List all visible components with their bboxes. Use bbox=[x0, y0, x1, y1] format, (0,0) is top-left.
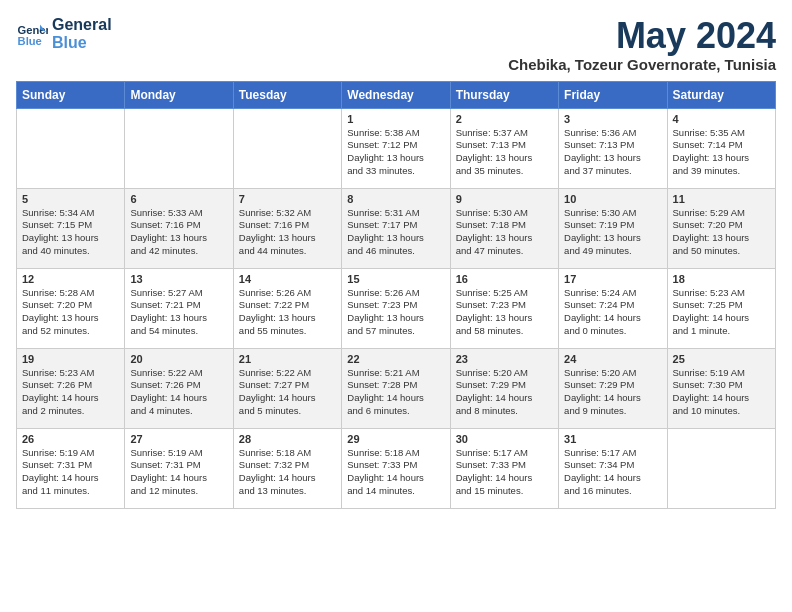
day-info: Sunrise: 5:32 AM Sunset: 7:16 PM Dayligh… bbox=[239, 207, 336, 258]
day-number: 1 bbox=[347, 113, 444, 125]
calendar-cell bbox=[125, 108, 233, 188]
day-info: Sunrise: 5:31 AM Sunset: 7:17 PM Dayligh… bbox=[347, 207, 444, 258]
title-section: May 2024 Chebika, Tozeur Governorate, Tu… bbox=[508, 16, 776, 73]
header-thursday: Thursday bbox=[450, 81, 558, 108]
day-number: 2 bbox=[456, 113, 553, 125]
day-number: 29 bbox=[347, 433, 444, 445]
header-tuesday: Tuesday bbox=[233, 81, 341, 108]
location: Chebika, Tozeur Governorate, Tunisia bbox=[508, 56, 776, 73]
day-number: 25 bbox=[673, 353, 770, 365]
calendar-cell: 12Sunrise: 5:28 AM Sunset: 7:20 PM Dayli… bbox=[17, 268, 125, 348]
calendar-cell: 25Sunrise: 5:19 AM Sunset: 7:30 PM Dayli… bbox=[667, 348, 775, 428]
day-number: 16 bbox=[456, 273, 553, 285]
calendar-cell: 20Sunrise: 5:22 AM Sunset: 7:26 PM Dayli… bbox=[125, 348, 233, 428]
calendar-cell: 13Sunrise: 5:27 AM Sunset: 7:21 PM Dayli… bbox=[125, 268, 233, 348]
day-info: Sunrise: 5:26 AM Sunset: 7:22 PM Dayligh… bbox=[239, 287, 336, 338]
day-info: Sunrise: 5:34 AM Sunset: 7:15 PM Dayligh… bbox=[22, 207, 119, 258]
header-sunday: Sunday bbox=[17, 81, 125, 108]
day-number: 21 bbox=[239, 353, 336, 365]
day-info: Sunrise: 5:18 AM Sunset: 7:33 PM Dayligh… bbox=[347, 447, 444, 498]
calendar-cell: 5Sunrise: 5:34 AM Sunset: 7:15 PM Daylig… bbox=[17, 188, 125, 268]
day-number: 5 bbox=[22, 193, 119, 205]
logo-blue: Blue bbox=[52, 34, 112, 52]
day-info: Sunrise: 5:38 AM Sunset: 7:12 PM Dayligh… bbox=[347, 127, 444, 178]
day-info: Sunrise: 5:20 AM Sunset: 7:29 PM Dayligh… bbox=[456, 367, 553, 418]
day-number: 28 bbox=[239, 433, 336, 445]
calendar-cell: 8Sunrise: 5:31 AM Sunset: 7:17 PM Daylig… bbox=[342, 188, 450, 268]
calendar-table: SundayMondayTuesdayWednesdayThursdayFrid… bbox=[16, 81, 776, 509]
day-info: Sunrise: 5:29 AM Sunset: 7:20 PM Dayligh… bbox=[673, 207, 770, 258]
calendar-cell: 17Sunrise: 5:24 AM Sunset: 7:24 PM Dayli… bbox=[559, 268, 667, 348]
header-monday: Monday bbox=[125, 81, 233, 108]
calendar-cell: 9Sunrise: 5:30 AM Sunset: 7:18 PM Daylig… bbox=[450, 188, 558, 268]
calendar-cell bbox=[17, 108, 125, 188]
day-number: 19 bbox=[22, 353, 119, 365]
day-number: 4 bbox=[673, 113, 770, 125]
day-info: Sunrise: 5:27 AM Sunset: 7:21 PM Dayligh… bbox=[130, 287, 227, 338]
day-info: Sunrise: 5:26 AM Sunset: 7:23 PM Dayligh… bbox=[347, 287, 444, 338]
day-info: Sunrise: 5:18 AM Sunset: 7:32 PM Dayligh… bbox=[239, 447, 336, 498]
day-number: 7 bbox=[239, 193, 336, 205]
calendar-cell: 28Sunrise: 5:18 AM Sunset: 7:32 PM Dayli… bbox=[233, 428, 341, 508]
day-info: Sunrise: 5:24 AM Sunset: 7:24 PM Dayligh… bbox=[564, 287, 661, 338]
calendar-cell: 21Sunrise: 5:22 AM Sunset: 7:27 PM Dayli… bbox=[233, 348, 341, 428]
day-info: Sunrise: 5:35 AM Sunset: 7:14 PM Dayligh… bbox=[673, 127, 770, 178]
calendar-cell: 22Sunrise: 5:21 AM Sunset: 7:28 PM Dayli… bbox=[342, 348, 450, 428]
calendar-cell: 16Sunrise: 5:25 AM Sunset: 7:23 PM Dayli… bbox=[450, 268, 558, 348]
calendar-cell: 7Sunrise: 5:32 AM Sunset: 7:16 PM Daylig… bbox=[233, 188, 341, 268]
day-number: 24 bbox=[564, 353, 661, 365]
calendar-cell: 10Sunrise: 5:30 AM Sunset: 7:19 PM Dayli… bbox=[559, 188, 667, 268]
day-info: Sunrise: 5:33 AM Sunset: 7:16 PM Dayligh… bbox=[130, 207, 227, 258]
header-friday: Friday bbox=[559, 81, 667, 108]
calendar-cell: 11Sunrise: 5:29 AM Sunset: 7:20 PM Dayli… bbox=[667, 188, 775, 268]
day-info: Sunrise: 5:17 AM Sunset: 7:34 PM Dayligh… bbox=[564, 447, 661, 498]
day-info: Sunrise: 5:23 AM Sunset: 7:26 PM Dayligh… bbox=[22, 367, 119, 418]
calendar-cell: 23Sunrise: 5:20 AM Sunset: 7:29 PM Dayli… bbox=[450, 348, 558, 428]
svg-text:Blue: Blue bbox=[18, 35, 42, 47]
calendar-cell: 31Sunrise: 5:17 AM Sunset: 7:34 PM Dayli… bbox=[559, 428, 667, 508]
calendar-week-5: 26Sunrise: 5:19 AM Sunset: 7:31 PM Dayli… bbox=[17, 428, 776, 508]
day-number: 15 bbox=[347, 273, 444, 285]
day-number: 6 bbox=[130, 193, 227, 205]
calendar-cell: 15Sunrise: 5:26 AM Sunset: 7:23 PM Dayli… bbox=[342, 268, 450, 348]
day-number: 30 bbox=[456, 433, 553, 445]
calendar-cell: 18Sunrise: 5:23 AM Sunset: 7:25 PM Dayli… bbox=[667, 268, 775, 348]
day-number: 20 bbox=[130, 353, 227, 365]
day-number: 17 bbox=[564, 273, 661, 285]
logo: General Blue General Blue bbox=[16, 16, 112, 51]
calendar-cell bbox=[667, 428, 775, 508]
day-info: Sunrise: 5:22 AM Sunset: 7:27 PM Dayligh… bbox=[239, 367, 336, 418]
day-info: Sunrise: 5:30 AM Sunset: 7:18 PM Dayligh… bbox=[456, 207, 553, 258]
calendar-header-row: SundayMondayTuesdayWednesdayThursdayFrid… bbox=[17, 81, 776, 108]
calendar-cell: 24Sunrise: 5:20 AM Sunset: 7:29 PM Dayli… bbox=[559, 348, 667, 428]
calendar-cell: 19Sunrise: 5:23 AM Sunset: 7:26 PM Dayli… bbox=[17, 348, 125, 428]
day-info: Sunrise: 5:30 AM Sunset: 7:19 PM Dayligh… bbox=[564, 207, 661, 258]
day-number: 11 bbox=[673, 193, 770, 205]
day-info: Sunrise: 5:17 AM Sunset: 7:33 PM Dayligh… bbox=[456, 447, 553, 498]
day-number: 27 bbox=[130, 433, 227, 445]
calendar-week-4: 19Sunrise: 5:23 AM Sunset: 7:26 PM Dayli… bbox=[17, 348, 776, 428]
day-info: Sunrise: 5:37 AM Sunset: 7:13 PM Dayligh… bbox=[456, 127, 553, 178]
calendar-cell: 2Sunrise: 5:37 AM Sunset: 7:13 PM Daylig… bbox=[450, 108, 558, 188]
header-saturday: Saturday bbox=[667, 81, 775, 108]
day-info: Sunrise: 5:28 AM Sunset: 7:20 PM Dayligh… bbox=[22, 287, 119, 338]
day-info: Sunrise: 5:19 AM Sunset: 7:30 PM Dayligh… bbox=[673, 367, 770, 418]
day-info: Sunrise: 5:19 AM Sunset: 7:31 PM Dayligh… bbox=[22, 447, 119, 498]
day-number: 3 bbox=[564, 113, 661, 125]
calendar-week-1: 1Sunrise: 5:38 AM Sunset: 7:12 PM Daylig… bbox=[17, 108, 776, 188]
calendar-week-2: 5Sunrise: 5:34 AM Sunset: 7:15 PM Daylig… bbox=[17, 188, 776, 268]
page-header: General Blue General Blue May 2024 Chebi… bbox=[16, 16, 776, 73]
calendar-cell: 30Sunrise: 5:17 AM Sunset: 7:33 PM Dayli… bbox=[450, 428, 558, 508]
calendar-cell: 14Sunrise: 5:26 AM Sunset: 7:22 PM Dayli… bbox=[233, 268, 341, 348]
day-number: 9 bbox=[456, 193, 553, 205]
calendar-cell: 3Sunrise: 5:36 AM Sunset: 7:13 PM Daylig… bbox=[559, 108, 667, 188]
day-info: Sunrise: 5:21 AM Sunset: 7:28 PM Dayligh… bbox=[347, 367, 444, 418]
calendar-cell: 29Sunrise: 5:18 AM Sunset: 7:33 PM Dayli… bbox=[342, 428, 450, 508]
day-info: Sunrise: 5:23 AM Sunset: 7:25 PM Dayligh… bbox=[673, 287, 770, 338]
day-number: 14 bbox=[239, 273, 336, 285]
day-number: 26 bbox=[22, 433, 119, 445]
month-title: May 2024 bbox=[508, 16, 776, 56]
day-number: 23 bbox=[456, 353, 553, 365]
header-wednesday: Wednesday bbox=[342, 81, 450, 108]
day-number: 13 bbox=[130, 273, 227, 285]
